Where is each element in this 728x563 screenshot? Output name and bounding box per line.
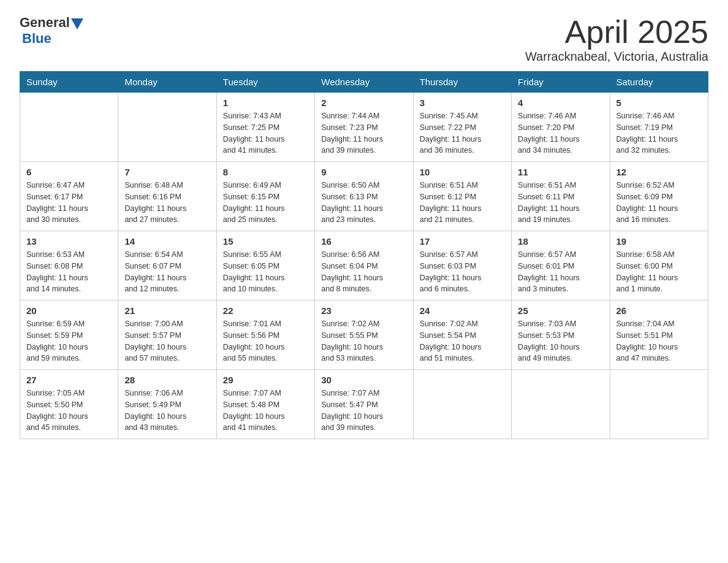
day-info: Sunrise: 7:07 AM Sunset: 5:48 PM Dayligh… xyxy=(223,388,308,434)
day-info: Sunrise: 6:51 AM Sunset: 6:11 PM Dayligh… xyxy=(518,180,603,226)
calendar-cell: 15Sunrise: 6:55 AM Sunset: 6:05 PM Dayli… xyxy=(216,231,314,301)
day-number: 16 xyxy=(321,236,406,247)
calendar-cell: 23Sunrise: 7:02 AM Sunset: 5:55 PM Dayli… xyxy=(315,301,413,370)
calendar-cell xyxy=(610,370,708,439)
calendar-cell: 19Sunrise: 6:58 AM Sunset: 6:00 PM Dayli… xyxy=(610,231,708,301)
day-number: 10 xyxy=(420,167,505,177)
calendar-cell: 5Sunrise: 7:46 AM Sunset: 7:19 PM Daylig… xyxy=(610,93,708,162)
calendar-cell: 26Sunrise: 7:04 AM Sunset: 5:51 PM Dayli… xyxy=(610,301,708,370)
calendar-cell: 30Sunrise: 7:07 AM Sunset: 5:47 PM Dayli… xyxy=(315,370,413,439)
day-number: 13 xyxy=(26,236,112,247)
location-subtitle: Warracknabeal, Victoria, Australia xyxy=(525,50,708,64)
day-info: Sunrise: 6:50 AM Sunset: 6:13 PM Dayligh… xyxy=(321,180,406,226)
day-info: Sunrise: 6:52 AM Sunset: 6:09 PM Dayligh… xyxy=(616,180,702,226)
day-number: 1 xyxy=(223,98,308,108)
calendar-cell: 28Sunrise: 7:06 AM Sunset: 5:49 PM Dayli… xyxy=(118,370,216,439)
day-number: 14 xyxy=(124,236,210,247)
day-number: 18 xyxy=(518,236,603,247)
header-thursday: Thursday xyxy=(413,72,511,93)
logo-top: General xyxy=(20,15,85,31)
day-info: Sunrise: 7:04 AM Sunset: 5:51 PM Dayligh… xyxy=(616,318,702,364)
calendar-cell: 18Sunrise: 6:57 AM Sunset: 6:01 PM Dayli… xyxy=(512,231,610,301)
logo-triangle-icon xyxy=(71,18,83,29)
day-number: 26 xyxy=(616,305,702,316)
day-info: Sunrise: 7:00 AM Sunset: 5:57 PM Dayligh… xyxy=(124,318,210,364)
calendar-cell: 7Sunrise: 6:48 AM Sunset: 6:16 PM Daylig… xyxy=(118,162,216,231)
day-number: 2 xyxy=(321,98,406,108)
day-info: Sunrise: 7:05 AM Sunset: 5:50 PM Dayligh… xyxy=(26,388,112,434)
calendar-cell: 9Sunrise: 6:50 AM Sunset: 6:13 PM Daylig… xyxy=(315,162,413,231)
calendar-cell: 24Sunrise: 7:02 AM Sunset: 5:54 PM Dayli… xyxy=(413,301,511,370)
day-number: 3 xyxy=(420,98,505,108)
header-sunday: Sunday xyxy=(20,72,118,93)
calendar-cell: 4Sunrise: 7:46 AM Sunset: 7:20 PM Daylig… xyxy=(512,93,610,162)
day-info: Sunrise: 6:47 AM Sunset: 6:17 PM Dayligh… xyxy=(26,180,112,226)
day-info: Sunrise: 7:01 AM Sunset: 5:56 PM Dayligh… xyxy=(223,318,308,364)
calendar-cell: 2Sunrise: 7:44 AM Sunset: 7:23 PM Daylig… xyxy=(315,93,413,162)
day-number: 28 xyxy=(124,375,210,385)
day-info: Sunrise: 7:06 AM Sunset: 5:49 PM Dayligh… xyxy=(124,388,210,434)
day-number: 12 xyxy=(616,167,702,177)
day-number: 19 xyxy=(616,236,702,247)
week-row-5: 27Sunrise: 7:05 AM Sunset: 5:50 PM Dayli… xyxy=(20,370,708,439)
day-info: Sunrise: 7:45 AM Sunset: 7:22 PM Dayligh… xyxy=(420,110,505,156)
calendar-table: SundayMondayTuesdayWednesdayThursdayFrid… xyxy=(20,71,708,439)
title-block: April 2025 Warracknabeal, Victoria, Aust… xyxy=(525,15,708,64)
calendar-cell: 29Sunrise: 7:07 AM Sunset: 5:48 PM Dayli… xyxy=(216,370,314,439)
logo-general-text: General xyxy=(20,15,70,31)
day-info: Sunrise: 7:02 AM Sunset: 5:55 PM Dayligh… xyxy=(321,318,406,364)
day-info: Sunrise: 7:46 AM Sunset: 7:20 PM Dayligh… xyxy=(518,110,603,156)
logo: General Blue xyxy=(20,15,85,47)
day-info: Sunrise: 6:51 AM Sunset: 6:12 PM Dayligh… xyxy=(420,180,505,226)
calendar-cell: 25Sunrise: 7:03 AM Sunset: 5:53 PM Dayli… xyxy=(512,301,610,370)
day-number: 30 xyxy=(321,375,406,385)
day-number: 17 xyxy=(420,236,505,247)
day-info: Sunrise: 6:59 AM Sunset: 5:59 PM Dayligh… xyxy=(26,318,112,364)
day-info: Sunrise: 7:07 AM Sunset: 5:47 PM Dayligh… xyxy=(321,388,406,434)
calendar-header: SundayMondayTuesdayWednesdayThursdayFrid… xyxy=(20,72,708,93)
calendar-cell: 8Sunrise: 6:49 AM Sunset: 6:15 PM Daylig… xyxy=(216,162,314,231)
header-saturday: Saturday xyxy=(610,72,708,93)
calendar-cell xyxy=(512,370,610,439)
day-info: Sunrise: 7:02 AM Sunset: 5:54 PM Dayligh… xyxy=(420,318,505,364)
day-number: 20 xyxy=(26,305,112,316)
calendar-cell: 21Sunrise: 7:00 AM Sunset: 5:57 PM Dayli… xyxy=(118,301,216,370)
day-number: 23 xyxy=(321,305,406,316)
week-row-3: 13Sunrise: 6:53 AM Sunset: 6:08 PM Dayli… xyxy=(20,231,708,301)
calendar-body: 1Sunrise: 7:43 AM Sunset: 7:25 PM Daylig… xyxy=(20,93,708,439)
day-info: Sunrise: 7:44 AM Sunset: 7:23 PM Dayligh… xyxy=(321,110,406,156)
header-wednesday: Wednesday xyxy=(315,72,413,93)
day-number: 22 xyxy=(223,305,308,316)
calendar-cell: 14Sunrise: 6:54 AM Sunset: 6:07 PM Dayli… xyxy=(118,231,216,301)
day-number: 11 xyxy=(518,167,603,177)
day-number: 4 xyxy=(518,98,603,108)
day-number: 25 xyxy=(518,305,603,316)
day-info: Sunrise: 6:56 AM Sunset: 6:04 PM Dayligh… xyxy=(321,249,406,295)
calendar-cell: 17Sunrise: 6:57 AM Sunset: 6:03 PM Dayli… xyxy=(413,231,511,301)
header-tuesday: Tuesday xyxy=(216,72,314,93)
calendar-cell: 1Sunrise: 7:43 AM Sunset: 7:25 PM Daylig… xyxy=(216,93,314,162)
calendar-cell: 11Sunrise: 6:51 AM Sunset: 6:11 PM Dayli… xyxy=(512,162,610,231)
day-info: Sunrise: 7:43 AM Sunset: 7:25 PM Dayligh… xyxy=(223,110,308,156)
day-number: 29 xyxy=(223,375,308,385)
page-header: General Blue April 2025 Warracknabeal, V… xyxy=(20,15,708,64)
day-info: Sunrise: 6:57 AM Sunset: 6:01 PM Dayligh… xyxy=(518,249,603,295)
day-info: Sunrise: 6:57 AM Sunset: 6:03 PM Dayligh… xyxy=(420,249,505,295)
calendar-cell: 16Sunrise: 6:56 AM Sunset: 6:04 PM Dayli… xyxy=(315,231,413,301)
day-info: Sunrise: 6:53 AM Sunset: 6:08 PM Dayligh… xyxy=(26,249,112,295)
day-info: Sunrise: 6:54 AM Sunset: 6:07 PM Dayligh… xyxy=(124,249,210,295)
day-info: Sunrise: 7:46 AM Sunset: 7:19 PM Dayligh… xyxy=(616,110,702,156)
day-number: 27 xyxy=(26,375,112,385)
day-number: 6 xyxy=(26,167,112,177)
week-row-1: 1Sunrise: 7:43 AM Sunset: 7:25 PM Daylig… xyxy=(20,93,708,162)
day-info: Sunrise: 6:55 AM Sunset: 6:05 PM Dayligh… xyxy=(223,249,308,295)
day-number: 15 xyxy=(223,236,308,247)
day-info: Sunrise: 6:49 AM Sunset: 6:15 PM Dayligh… xyxy=(223,180,308,226)
day-number: 5 xyxy=(616,98,702,108)
calendar-cell: 20Sunrise: 6:59 AM Sunset: 5:59 PM Dayli… xyxy=(20,301,118,370)
calendar-cell: 13Sunrise: 6:53 AM Sunset: 6:08 PM Dayli… xyxy=(20,231,118,301)
day-info: Sunrise: 6:48 AM Sunset: 6:16 PM Dayligh… xyxy=(124,180,210,226)
calendar-cell: 22Sunrise: 7:01 AM Sunset: 5:56 PM Dayli… xyxy=(216,301,314,370)
day-number: 7 xyxy=(124,167,210,177)
calendar-cell: 6Sunrise: 6:47 AM Sunset: 6:17 PM Daylig… xyxy=(20,162,118,231)
